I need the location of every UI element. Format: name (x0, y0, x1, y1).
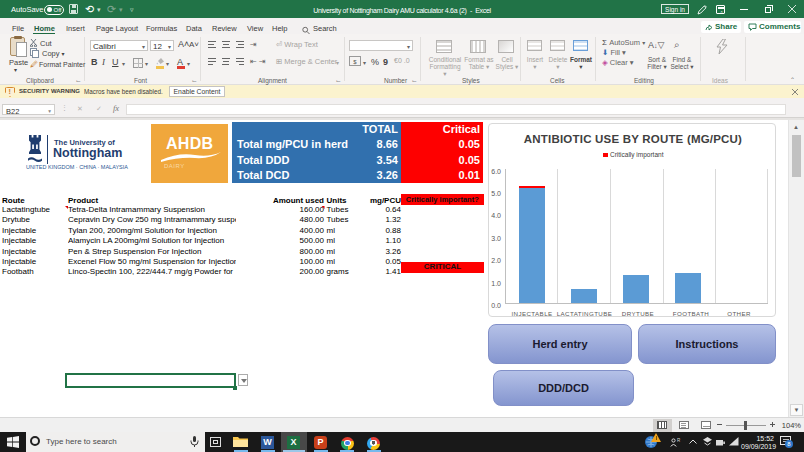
svg-text:R: R (677, 438, 681, 443)
